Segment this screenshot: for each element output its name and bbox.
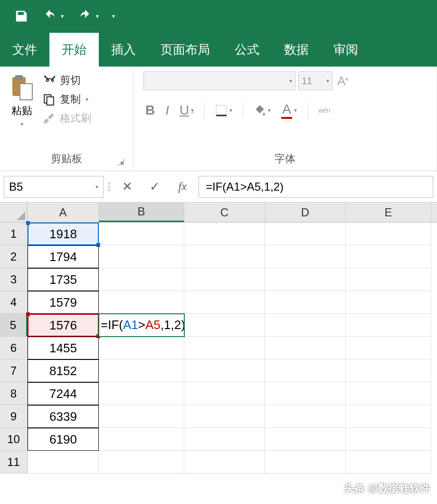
row-header-5[interactable]: 5 (0, 314, 28, 337)
col-header-A[interactable]: A (28, 203, 99, 222)
cell-D7[interactable] (265, 359, 346, 382)
cell-E11[interactable] (346, 451, 431, 474)
row-header-7[interactable]: 7 (0, 359, 28, 382)
cell-E9[interactable] (346, 405, 431, 428)
accept-formula-button[interactable]: ✓ (143, 177, 166, 196)
cell-D5[interactable] (265, 314, 346, 337)
cell-D11[interactable] (265, 451, 346, 474)
cell-C1[interactable] (184, 223, 265, 245)
cell-A4[interactable]: 1579 (28, 291, 99, 314)
cell-B7[interactable] (99, 359, 184, 382)
cell-E7[interactable] (346, 359, 431, 382)
cell-A8[interactable]: 7244 (28, 382, 99, 405)
cut-button[interactable]: 剪切 (43, 73, 91, 87)
cell-A3[interactable]: 1735 (28, 268, 99, 291)
cell-A9[interactable]: 6339 (28, 405, 99, 428)
cell-E6[interactable] (346, 337, 431, 359)
cell-D6[interactable] (265, 337, 346, 359)
row-header-9[interactable]: 9 (0, 405, 28, 428)
col-header-C[interactable]: C (184, 203, 265, 222)
underline-button[interactable]: U▾ (180, 103, 194, 118)
select-all-corner[interactable] (0, 203, 28, 222)
row-header-8[interactable]: 8 (0, 382, 28, 405)
cell-E10[interactable] (346, 428, 431, 451)
paste-button[interactable]: 粘贴 ▾ (7, 71, 37, 149)
cell-D8[interactable] (265, 382, 346, 405)
row-header-10[interactable]: 10 (0, 428, 28, 451)
cell-C10[interactable] (184, 428, 265, 451)
row-header-2[interactable]: 2 (0, 245, 28, 268)
cell-B4[interactable] (99, 291, 184, 314)
cell-B11[interactable] (99, 451, 184, 474)
cell-B8[interactable] (99, 382, 184, 405)
row-header-4[interactable]: 4 (0, 291, 28, 314)
font-size-select[interactable]: 11 ▾ (298, 71, 332, 90)
cell-A10[interactable]: 6190 (28, 428, 99, 451)
border-button[interactable]: ▾ (215, 104, 232, 116)
cell-C7[interactable] (184, 359, 265, 382)
bold-button[interactable]: B (145, 103, 155, 118)
cell-A1[interactable]: 1918 (28, 223, 99, 245)
cell-D4[interactable] (265, 291, 346, 314)
font-name-select[interactable]: ▾ (143, 71, 295, 90)
phonetic-button[interactable]: wén (318, 107, 331, 114)
cell-A11[interactable] (28, 451, 99, 474)
row-header-6[interactable]: 6 (0, 337, 28, 359)
cell-E1[interactable] (346, 223, 431, 245)
cell-A5[interactable]: 1576 (28, 314, 99, 337)
cell-E5[interactable] (346, 314, 431, 337)
format-painter-button[interactable]: 格式刷 (43, 111, 91, 126)
cell-A6[interactable]: 1455 (28, 337, 99, 359)
qat-customize[interactable]: ▾ (112, 13, 115, 19)
copy-button[interactable]: 复制 ▾ (43, 92, 91, 107)
cancel-formula-button[interactable]: ✕ (116, 177, 139, 196)
undo-button[interactable]: ▾ (42, 9, 64, 23)
cell-C9[interactable] (184, 405, 265, 428)
cell-B5[interactable]: =IF(A1>A5,1,2) (99, 314, 184, 337)
tab-file[interactable]: 文件 (0, 33, 49, 67)
cell-C4[interactable] (184, 291, 265, 314)
col-header-E[interactable]: E (346, 203, 431, 222)
row-header-3[interactable]: 3 (0, 268, 28, 291)
cell-A2[interactable]: 1794 (28, 245, 99, 268)
cell-C3[interactable] (184, 268, 265, 291)
tab-layout[interactable]: 页面布局 (148, 33, 222, 67)
cell-D3[interactable] (265, 268, 346, 291)
cell-C2[interactable] (184, 245, 265, 268)
col-header-B[interactable]: B (99, 203, 184, 222)
cell-B9[interactable] (99, 405, 184, 428)
save-button[interactable] (14, 9, 28, 23)
tab-home[interactable]: 开始 (49, 33, 99, 67)
cell-A7[interactable]: 8152 (28, 359, 99, 382)
font-color-button[interactable]: A ▾ (281, 102, 297, 119)
tab-formulas[interactable]: 公式 (222, 33, 272, 67)
redo-button[interactable]: ▾ (77, 9, 99, 23)
tab-data[interactable]: 数据 (272, 33, 321, 67)
cell-B10[interactable] (99, 428, 184, 451)
col-header-D[interactable]: D (265, 203, 346, 222)
cell-C11[interactable] (184, 451, 265, 474)
formula-input[interactable]: =IF(A1>A5,1,2) (199, 176, 433, 198)
fill-color-button[interactable]: ▾ (254, 104, 271, 116)
name-box[interactable]: B5 ▾ (4, 176, 104, 198)
fx-button[interactable]: fx (171, 177, 194, 196)
cell-B1[interactable] (99, 223, 184, 245)
row-header-1[interactable]: 1 (0, 223, 28, 245)
dialog-launcher-icon[interactable] (117, 158, 124, 165)
tab-insert[interactable]: 插入 (99, 33, 148, 67)
cell-E8[interactable] (346, 382, 431, 405)
italic-button[interactable]: I (165, 103, 169, 118)
cell-D10[interactable] (265, 428, 346, 451)
cell-E4[interactable] (346, 291, 431, 314)
cell-B3[interactable] (99, 268, 184, 291)
cell-C8[interactable] (184, 382, 265, 405)
cell-B2[interactable] (99, 245, 184, 268)
cell-B6[interactable] (99, 337, 184, 359)
increase-font-button[interactable]: A▴ (335, 72, 350, 90)
cell-D9[interactable] (265, 405, 346, 428)
cell-E2[interactable] (346, 245, 431, 268)
cell-D2[interactable] (265, 245, 346, 268)
cell-C6[interactable] (184, 337, 265, 359)
cell-C5[interactable] (184, 314, 265, 337)
tab-review[interactable]: 审阅 (321, 33, 370, 67)
